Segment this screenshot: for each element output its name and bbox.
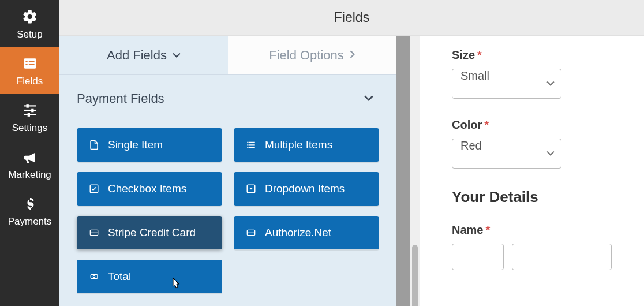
sidebar-item-label: Payments (8, 216, 52, 227)
sidebar-item-label: Fields (17, 76, 43, 87)
field-label: Authorize.Net (265, 226, 331, 239)
list-icon (245, 139, 257, 151)
sidebar-item-label: Settings (12, 122, 47, 134)
svg-rect-6 (24, 110, 36, 111)
form-section-heading: Your Details (452, 188, 612, 206)
field-total[interactable]: Total (77, 260, 222, 293)
main: Fields Add Fields Field Options (59, 0, 644, 306)
scrollbar-thumb[interactable] (412, 245, 418, 306)
field-label: Dropdown Items (265, 182, 345, 195)
gear-icon (20, 8, 40, 25)
panel-divider (396, 36, 420, 306)
svg-rect-23 (91, 275, 98, 279)
svg-rect-10 (27, 113, 29, 117)
svg-rect-3 (25, 64, 27, 65)
size-select[interactable]: Small (452, 69, 561, 99)
panel-tabs: Add Fields Field Options (59, 36, 396, 75)
field-label-size: Size * (452, 48, 612, 62)
required-indicator: * (484, 118, 489, 132)
sidebar-item-marketing[interactable]: Marketing (0, 140, 59, 187)
tab-label: Add Fields (107, 48, 167, 63)
sidebar-item-fields[interactable]: Fields (0, 47, 59, 94)
svg-rect-1 (25, 61, 27, 62)
field-multiple-items[interactable]: Multiple Items (234, 128, 379, 162)
sidebar-item-settings[interactable]: Settings (0, 94, 59, 140)
form-preview: Size * Small Color * (420, 36, 644, 306)
content-row: Add Fields Field Options Payment Fields (59, 36, 644, 306)
field-label: Total (108, 270, 131, 283)
form-list-icon (20, 55, 40, 72)
sidebar-item-label: Setup (17, 29, 42, 40)
section-header: Payment Fields (59, 75, 396, 115)
field-grid: Single Item Multiple Items Checkbox Item… (59, 128, 396, 293)
field-color: Color * Red (452, 118, 612, 169)
field-single-item[interactable]: Single Item (77, 128, 222, 162)
divider (77, 115, 379, 115)
bullhorn-icon (20, 148, 40, 166)
field-label: Multiple Items (265, 139, 332, 151)
field-stripe-credit-card[interactable]: Stripe Credit Card (77, 216, 222, 249)
svg-rect-21 (247, 230, 254, 235)
field-label: Single Item (108, 139, 163, 151)
credit-card-icon (88, 227, 100, 238)
sliders-icon (20, 102, 40, 119)
sidebar-item-label: Marketing (8, 169, 51, 181)
tab-add-fields[interactable]: Add Fields (59, 36, 228, 75)
svg-rect-11 (247, 142, 248, 143)
field-dropdown-items[interactable]: Dropdown Items (234, 172, 379, 206)
svg-rect-5 (24, 105, 36, 106)
name-input-row (452, 244, 612, 270)
field-name: Name * (452, 223, 612, 270)
chevron-right-icon (350, 50, 355, 61)
page-header: Fields (59, 0, 644, 36)
svg-rect-16 (249, 147, 255, 148)
color-select-wrap: Red (452, 139, 561, 169)
field-size: Size * Small (452, 48, 612, 99)
field-label: Checkbox Items (108, 182, 186, 195)
sidebar-item-payments[interactable]: Payments (0, 187, 59, 234)
credit-card-icon (245, 227, 257, 238)
section-collapse-toggle[interactable] (358, 89, 379, 108)
field-label: Stripe Credit Card (108, 226, 196, 239)
field-authorize-net[interactable]: Authorize.Net (234, 216, 379, 249)
dollar-icon (20, 195, 40, 212)
svg-rect-9 (31, 109, 33, 113)
svg-rect-2 (28, 61, 34, 62)
dropdown-icon (245, 183, 257, 195)
chevron-down-icon (173, 50, 181, 61)
svg-rect-4 (28, 64, 34, 65)
file-icon (88, 139, 100, 151)
required-indicator: * (485, 223, 490, 237)
color-select[interactable]: Red (452, 139, 561, 169)
tab-field-options[interactable]: Field Options (228, 36, 396, 75)
section-title: Payment Fields (77, 91, 164, 106)
page-title: Fields (334, 10, 369, 25)
first-name-input[interactable] (452, 244, 504, 270)
field-label-color: Color * (452, 118, 612, 132)
tab-label: Field Options (269, 48, 344, 63)
svg-rect-15 (247, 147, 248, 148)
checkbox-icon (88, 183, 100, 195)
last-name-input[interactable] (512, 244, 612, 270)
field-checkbox-items[interactable]: Checkbox Items (77, 172, 222, 206)
sidebar: Setup Fields Settings Marketing Payments (0, 0, 59, 306)
size-select-wrap: Small (452, 69, 561, 99)
money-icon (88, 271, 100, 282)
field-label-name: Name * (452, 223, 612, 237)
svg-rect-8 (26, 104, 28, 108)
required-indicator: * (477, 48, 482, 62)
builder-panel: Add Fields Field Options Payment Fields (59, 36, 396, 306)
svg-rect-14 (249, 144, 255, 145)
sidebar-item-setup[interactable]: Setup (0, 0, 59, 47)
svg-rect-19 (90, 230, 98, 235)
app-root: Setup Fields Settings Marketing Payments (0, 0, 644, 306)
svg-point-24 (93, 275, 95, 278)
svg-rect-13 (247, 144, 248, 145)
svg-rect-12 (249, 142, 255, 143)
